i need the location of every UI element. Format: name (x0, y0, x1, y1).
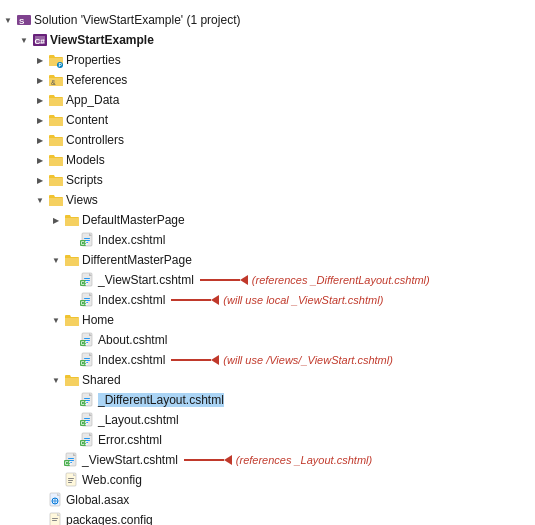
tree-node-home[interactable]: Home (0, 310, 535, 330)
tree-expander[interactable] (32, 52, 48, 68)
folder-props-icon: P (48, 52, 64, 68)
node-label: Scripts (66, 173, 103, 187)
tree-node-_viewstart_diff[interactable]: CS _ViewStart.cshtml(references _Differe… (0, 270, 535, 290)
arrow-line (171, 299, 211, 301)
annotation: (will use /Views/_ViewStart.cshtml) (171, 354, 393, 366)
folder-icon (64, 212, 80, 228)
tree-expander[interactable] (48, 472, 64, 488)
arrow-line (171, 359, 211, 361)
tree-expander[interactable] (32, 112, 48, 128)
tree-node-solution[interactable]: S Solution 'ViewStartExample' (1 project… (0, 10, 535, 30)
cshtml-icon: CS (80, 432, 96, 448)
node-label: Content (66, 113, 108, 127)
folder-icon (48, 172, 64, 188)
folder-icon (48, 112, 64, 128)
node-label: _ViewStart.cshtml (98, 273, 194, 287)
cshtml-icon: CS (80, 332, 96, 348)
tree-expander[interactable] (32, 492, 48, 508)
tree-expander[interactable] (32, 172, 48, 188)
node-label: Properties (66, 53, 121, 67)
cshtml-icon: CS (80, 392, 96, 408)
tree-expander[interactable] (48, 212, 64, 228)
tree-expander[interactable] (48, 372, 64, 388)
tree-expander[interactable] (32, 92, 48, 108)
tree-expander[interactable] (32, 152, 48, 168)
tree-expander[interactable] (64, 392, 80, 408)
svg-text:C#: C# (35, 37, 46, 46)
folder-icon (48, 152, 64, 168)
tree-node-global[interactable]: Global.asax (0, 490, 535, 510)
node-label: Shared (82, 373, 121, 387)
cshtml-icon: CS (80, 412, 96, 428)
tree-node-content[interactable]: Content (0, 110, 535, 130)
tree-node-references[interactable]: & References (0, 70, 535, 90)
tree-node-_viewstart_root[interactable]: CS _ViewStart.cshtml(references _Layout.… (0, 450, 535, 470)
tree-expander[interactable] (32, 512, 48, 525)
tree-expander[interactable] (32, 192, 48, 208)
tree-node-defaultmasterpage[interactable]: DefaultMasterPage (0, 210, 535, 230)
tree-node-scripts[interactable]: Scripts (0, 170, 535, 190)
tree-expander[interactable] (48, 252, 64, 268)
global-icon (48, 492, 64, 508)
tree-node-index3[interactable]: CS Index.cshtml(will use /Views/_ViewSta… (0, 350, 535, 370)
project-icon: C# (32, 32, 48, 48)
tree-expander[interactable] (64, 412, 80, 428)
tree-node-controllers[interactable]: Controllers (0, 130, 535, 150)
tree-node-_layout[interactable]: CS _Layout.cshtml (0, 410, 535, 430)
svg-rect-27 (84, 338, 90, 339)
svg-text:CS: CS (65, 460, 73, 466)
tree-expander[interactable] (48, 312, 64, 328)
annotation: (references _DifferentLayout.cshtml) (200, 274, 430, 286)
svg-rect-21 (84, 298, 90, 299)
svg-text:CS: CS (81, 300, 89, 306)
tree-expander[interactable] (64, 292, 80, 308)
tree-expander[interactable] (48, 452, 64, 468)
tree-node-differentmasterpage[interactable]: DifferentMasterPage (0, 250, 535, 270)
config-file-icon (48, 512, 64, 525)
tree-node-about[interactable]: CS About.cshtml (0, 330, 535, 350)
node-label: About.cshtml (98, 333, 167, 347)
annotation-text: (will use /Views/_ViewStart.cshtml) (223, 354, 393, 366)
tree-node-views[interactable]: Views (0, 190, 535, 210)
tree-expander[interactable] (64, 232, 80, 248)
svg-rect-63 (68, 478, 74, 479)
node-label: Solution 'ViewStartExample' (1 project) (34, 13, 240, 27)
config-icon (64, 472, 80, 488)
tree-expander[interactable] (32, 72, 48, 88)
annotation: (will use local _ViewStart.cshtml) (171, 294, 383, 306)
tree-node-models[interactable]: Models (0, 150, 535, 170)
arrow-line (184, 459, 224, 461)
tree-node-_differentlayout[interactable]: CS _DifferentLayout.cshtml (0, 390, 535, 410)
annotation-text: (will use local _ViewStart.cshtml) (223, 294, 383, 306)
tree-expander[interactable] (64, 432, 80, 448)
tree-expander[interactable] (16, 32, 32, 48)
svg-rect-9 (84, 238, 90, 239)
annotation-text: (references _DifferentLayout.cshtml) (252, 274, 430, 286)
tree-expander[interactable] (0, 12, 16, 28)
tree-expander[interactable] (64, 332, 80, 348)
tree-expander[interactable] (32, 132, 48, 148)
svg-text:S: S (19, 17, 25, 26)
tree-expander[interactable] (64, 272, 80, 288)
svg-text:CS: CS (81, 360, 89, 366)
tree-node-app_data[interactable]: App_Data (0, 90, 535, 110)
references-icon: & (48, 72, 64, 88)
svg-rect-72 (52, 520, 57, 521)
tree-node-shared[interactable]: Shared (0, 370, 535, 390)
folder-icon (64, 252, 80, 268)
svg-text:CS: CS (81, 280, 89, 286)
tree-node-web_config_views[interactable]: Web.config (0, 470, 535, 490)
solution-explorer: S Solution 'ViewStartExample' (1 project… (0, 6, 535, 525)
svg-text:CS: CS (81, 400, 89, 406)
folder-icon (48, 192, 64, 208)
tree-node-error[interactable]: CS Error.cshtml (0, 430, 535, 450)
node-label: Index.cshtml (98, 233, 165, 247)
tree-node-index1[interactable]: CS Index.cshtml (0, 230, 535, 250)
tree-node-viewstartexample[interactable]: C# ViewStartExample (0, 30, 535, 50)
tree-node-index2[interactable]: CS Index.cshtml(will use local _ViewStar… (0, 290, 535, 310)
tree-node-properties[interactable]: P Properties (0, 50, 535, 70)
tree-node-packages[interactable]: packages.config (0, 510, 535, 525)
tree-expander[interactable] (64, 352, 80, 368)
node-label: Index.cshtml (98, 353, 165, 367)
arrow-head (224, 455, 232, 465)
